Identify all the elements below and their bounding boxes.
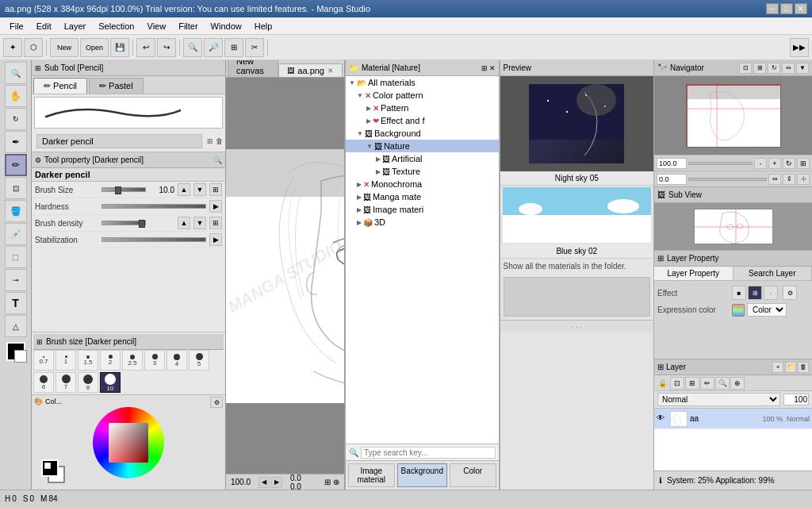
canvas-nav-left[interactable]: ◀ — [259, 477, 270, 488]
effect-dots-icon[interactable]: · — [764, 286, 778, 300]
toolbar-btn-redo[interactable]: ↪ — [157, 38, 176, 57]
nav-flip-v[interactable]: ⇕ — [783, 174, 795, 185]
material-view-btn[interactable]: ⊞ — [481, 64, 488, 72]
toolbar-btn-crop[interactable]: ✂ — [245, 38, 264, 57]
tree-manga-mat[interactable]: ▶ 🖼 Manga mate — [346, 190, 499, 203]
color-wheel[interactable] — [93, 407, 164, 478]
material-preview-image1[interactable] — [500, 76, 653, 171]
brush-options-icon[interactable]: ⊞ — [207, 137, 213, 145]
layer-folder-icon[interactable]: 📁 — [785, 362, 796, 373]
canvas-tab-close-icon[interactable]: ✕ — [327, 67, 334, 75]
layer-lock-icon[interactable]: 🔒 — [656, 378, 669, 388]
nav-reset-btn[interactable]: ⊹ — [797, 174, 810, 185]
tree-image-mat[interactable]: ▶ 🖼 Image materi — [346, 203, 499, 216]
tree-3d[interactable]: ▶ 📦 3D — [346, 216, 499, 229]
material-preview-image2[interactable] — [503, 187, 651, 243]
fg-color-swatch[interactable] — [41, 459, 59, 477]
canvas-drawing-area[interactable] — [226, 149, 344, 403]
brush-size-1.5[interactable]: 1.5 — [78, 350, 98, 371]
toolbar-btn-nav-right[interactable]: ▶▶ — [790, 38, 809, 57]
brush-size-2[interactable]: 2 — [100, 350, 121, 371]
tree-all-materials[interactable]: ▼ 📂 All materials — [346, 76, 499, 89]
tree-artificial[interactable]: ▶ 🖼 Artificial — [346, 152, 499, 165]
layer-item-aa[interactable]: 👁 aa 100 % Normal — [654, 409, 812, 429]
nav-zoom-minus[interactable]: - — [754, 158, 767, 169]
canvas-tab-new[interactable]: New canvas — [228, 60, 278, 77]
brush-size-7[interactable]: 7 — [56, 372, 76, 393]
layer-tool-1[interactable]: ⊡ — [670, 377, 684, 390]
prop-brush-size-dec[interactable]: ▼ — [193, 183, 206, 196]
tree-mono[interactable]: ▶ ✕ Monochroma — [346, 178, 499, 190]
prop-brush-size-settings[interactable]: ⊞ — [209, 183, 222, 196]
tool-pan[interactable]: ✋ — [5, 85, 27, 107]
sub-tab-pastel[interactable]: ✏ Pastel — [89, 78, 144, 94]
nav-zoom-input2[interactable] — [657, 174, 687, 185]
sub-tab-pencil[interactable]: ✏ Pencil — [33, 78, 87, 94]
tree-nature[interactable]: ▼ 🖼 Nature — [346, 140, 499, 152]
filter-color[interactable]: Color — [450, 463, 496, 487]
tool-rotate[interactable]: ↻ — [5, 108, 27, 130]
tool-prop-search-icon[interactable]: 🔍 — [213, 156, 222, 164]
material-search-input[interactable] — [361, 447, 496, 459]
menu-file[interactable]: File — [3, 20, 30, 33]
brush-size-3[interactable]: 3 — [144, 350, 165, 371]
nav-zoom-slider2[interactable] — [688, 178, 767, 181]
tool-fill[interactable]: 🪣 — [5, 200, 27, 222]
tree-background[interactable]: ▼ 🖼 Background — [346, 127, 499, 140]
nav-rotate-btn[interactable]: ↻ — [768, 63, 780, 74]
nav-zoom-plus[interactable]: + — [768, 158, 781, 169]
filter-image-material[interactable]: Image material — [348, 463, 395, 487]
color-settings-btn[interactable]: ⚙ — [210, 397, 223, 408]
effect-settings-btn[interactable]: ⚙ — [783, 286, 797, 300]
toolbar-btn-transform[interactable]: ⊞ — [224, 38, 243, 57]
prop-hardness-slider[interactable] — [102, 204, 206, 209]
menu-help[interactable]: Help — [248, 20, 279, 33]
color-wheel-inner[interactable] — [109, 423, 148, 463]
toolbar-btn-save[interactable]: 💾 — [110, 38, 129, 57]
tool-zoom[interactable]: 🔍 — [5, 62, 27, 84]
toolbar-btn-zoom-out[interactable]: 🔎 — [204, 38, 223, 57]
toolbar-btn-1[interactable]: ✦ — [3, 38, 22, 57]
effect-none-icon[interactable]: ■ — [732, 286, 746, 300]
tool-eraser[interactable]: ⊡ — [5, 177, 27, 199]
prop-brush-density-dec[interactable]: ▼ — [193, 217, 206, 229]
prop-hardness-settings[interactable]: ▶ — [209, 200, 222, 213]
layer-new-icon[interactable]: + — [772, 362, 783, 373]
menu-window[interactable]: Window — [205, 20, 248, 33]
layer-tool-3[interactable]: ✏ — [700, 377, 714, 390]
tool-select[interactable]: ⬚ — [5, 246, 27, 268]
brush-size-1[interactable]: 1 — [56, 350, 76, 371]
canvas-nav-right[interactable]: ▶ — [271, 477, 282, 488]
menu-filter[interactable]: Filter — [172, 20, 204, 33]
toolbar-btn-undo[interactable]: ↩ — [136, 38, 155, 57]
tool-eyedrop[interactable]: 💉 — [5, 223, 27, 245]
prop-stabilization-settings[interactable]: ▶ — [209, 233, 222, 246]
filter-background[interactable]: Background — [397, 463, 447, 487]
prop-brush-size-inc[interactable]: ▲ — [178, 183, 190, 196]
close-button[interactable]: ✕ — [795, 3, 807, 14]
grid-icon[interactable]: ⊞ — [324, 478, 331, 486]
menu-edit[interactable]: Edit — [30, 20, 58, 33]
nav-zoom-input1[interactable] — [657, 158, 687, 169]
minimize-button[interactable]: ─ — [766, 3, 779, 14]
nav-zoom-slider1[interactable] — [688, 162, 753, 165]
lp-tab-property[interactable]: Layer Property — [654, 267, 733, 280]
layer-tool-2[interactable]: ⊞ — [685, 377, 699, 390]
tree-texture[interactable]: ▶ 🖼 Texture — [346, 165, 499, 178]
prop-brush-density-inc[interactable]: ▲ — [178, 217, 190, 229]
opacity-input[interactable] — [783, 394, 809, 405]
brush-size-10[interactable]: 10 — [100, 372, 121, 393]
tree-pattern[interactable]: ▶ ✕ Pattern — [346, 102, 499, 114]
toolbar-btn-open[interactable]: Open — [80, 38, 109, 57]
brush-size-0.7[interactable]: 0.7 — [33, 350, 54, 371]
tool-pen[interactable]: ✒ — [5, 131, 27, 153]
background-color-swatch[interactable] — [14, 350, 27, 363]
snap-icon[interactable]: ⊕ — [333, 478, 339, 486]
nav-more-btn[interactable]: ▼ — [796, 63, 809, 74]
layer-tool-5[interactable]: ⊕ — [730, 377, 745, 390]
nav-flip-h[interactable]: ⇔ — [768, 174, 781, 185]
tool-shape[interactable]: △ — [5, 315, 27, 337]
brush-size-4[interactable]: 4 — [167, 350, 187, 371]
expression-color-select[interactable]: Color — [747, 303, 787, 317]
tool-brush[interactable]: ✏ — [5, 154, 27, 176]
